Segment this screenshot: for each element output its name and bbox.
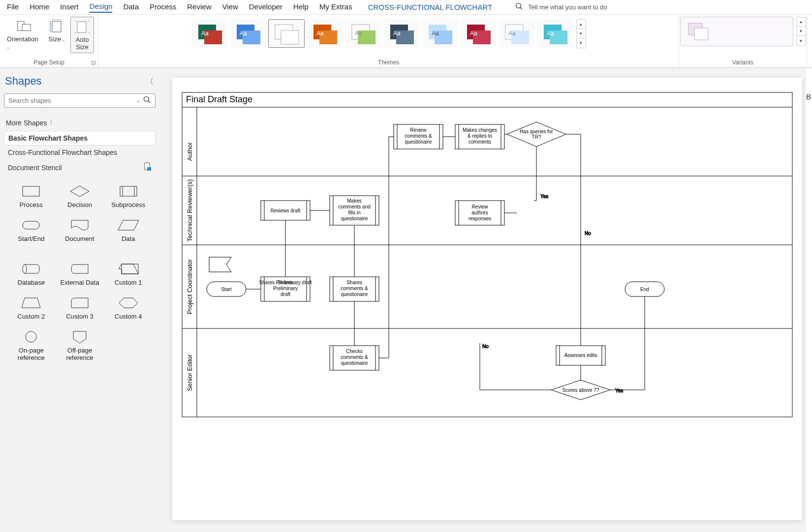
variant-scroll-up-icon[interactable]: ▴ — [797, 17, 806, 27]
shapes-search-input[interactable] — [8, 97, 137, 104]
tab-developer[interactable]: Developer — [249, 2, 282, 12]
tab-help[interactable]: Help — [293, 2, 309, 12]
theme-tile-9[interactable]: Aa — [499, 19, 535, 48]
chevron-down-icon[interactable]: ⌵ — [137, 97, 140, 104]
shape-custom4[interactable]: Custom 4 — [105, 296, 152, 320]
theme-tile-5[interactable]: Aa — [345, 19, 381, 48]
tab-insert[interactable]: Insert — [60, 2, 79, 12]
tab-data[interactable]: Data — [123, 2, 139, 12]
svg-text:Aa: Aa — [432, 30, 439, 37]
canvas-area[interactable]: Final Draft Stage Author Technical Revie… — [159, 68, 806, 532]
tool-tab-cff[interactable]: CROSS-FUNCTIONAL FLOWCHART — [368, 3, 493, 11]
svg-rect-42 — [147, 167, 151, 171]
svg-rect-4 — [52, 21, 61, 32]
svg-point-55 — [26, 331, 36, 342]
svg-text:Aa: Aa — [508, 30, 516, 37]
tab-extras[interactable]: My Extras — [319, 2, 352, 12]
shape-data[interactable]: Data — [105, 218, 152, 242]
variant-expand-icon[interactable]: ▾ — [797, 36, 806, 45]
svg-line-40 — [148, 101, 150, 103]
svg-text:responses: responses — [468, 216, 491, 221]
theme-tile-3[interactable] — [268, 19, 305, 48]
orientation-button[interactable]: Orientation — [4, 17, 43, 52]
shapes-search[interactable]: ⌵ — [4, 93, 156, 108]
search-icon[interactable] — [143, 96, 151, 105]
more-shapes-link[interactable]: More Shapes 〉 — [4, 115, 156, 131]
stencil-basic[interactable]: Basic Flowchart Shapes — [4, 131, 156, 146]
tab-view[interactable]: View — [222, 2, 238, 12]
shape-custom2[interactable]: Custom 2 — [8, 296, 55, 320]
theme-gallery-scroll[interactable]: ▴ ▾ ▾ — [576, 19, 586, 48]
stencil-document[interactable]: Document Stencil — [4, 159, 156, 176]
themes-group-label: Themes — [378, 59, 399, 67]
svg-line-1 — [520, 7, 522, 9]
svg-rect-15 — [281, 30, 299, 44]
variant-scroll-down-icon[interactable]: ▾ — [797, 27, 806, 36]
svg-text:Aa: Aa — [355, 30, 362, 37]
theme-scroll-down-icon[interactable]: ▾ — [577, 29, 586, 38]
svg-text:Aa: Aa — [470, 30, 477, 37]
theme-expand-icon[interactable]: ▾ — [577, 38, 586, 48]
shape-startend[interactable]: Start/End — [8, 218, 55, 242]
theme-tile-10[interactable]: Aa — [537, 19, 573, 48]
variant-tile[interactable] — [680, 17, 793, 46]
shape-custom3[interactable]: Custom 3 — [57, 296, 103, 320]
svg-text:Has queries for: Has queries for — [520, 129, 553, 134]
shape-external[interactable]: External Data — [57, 262, 103, 286]
svg-text:comments and: comments and — [338, 204, 371, 209]
shape-database[interactable]: Database — [8, 262, 55, 286]
shape-decision[interactable]: Decision — [57, 184, 103, 208]
svg-text:questionaire: questionaire — [341, 292, 368, 297]
svg-marker-44 — [70, 186, 89, 197]
svg-text:Shares: Shares — [346, 280, 362, 285]
svg-text:questionaire: questionaire — [341, 216, 368, 221]
svg-text:Reviews draft: Reviews draft — [271, 208, 301, 213]
tab-home[interactable]: Home — [30, 2, 49, 12]
svg-point-50 — [23, 265, 27, 273]
tab-file[interactable]: File — [7, 2, 19, 12]
svg-text:Makes changes: Makes changes — [463, 127, 497, 133]
theme-tile-8[interactable]: Aa — [460, 19, 497, 48]
svg-text:Aa: Aa — [316, 30, 324, 37]
theme-scroll-up-icon[interactable]: ▴ — [577, 20, 586, 29]
shape-subprocess[interactable]: Subprocess — [105, 184, 152, 208]
tab-process[interactable]: Process — [150, 2, 176, 12]
tab-design[interactable]: Design — [90, 2, 113, 13]
pagesetup-launcher-icon[interactable]: ◲ — [90, 59, 96, 66]
svg-text:Checks: Checks — [346, 349, 362, 354]
theme-tile-7[interactable]: Aa — [422, 19, 458, 48]
chevron-right-icon: 〉 — [50, 118, 56, 127]
shape-process[interactable]: Process — [8, 184, 55, 208]
size-label: Size — [49, 35, 65, 43]
autosize-icon — [73, 19, 91, 35]
theme-tile-1[interactable]: Aa — [191, 19, 228, 48]
theme-tile-2[interactable]: Aa — [230, 19, 266, 48]
svg-text:Assesses edits: Assesses edits — [564, 353, 597, 358]
svg-text:Final Draft Stage: Final Draft Stage — [186, 94, 252, 104]
svg-text:Yes: Yes — [615, 388, 623, 393]
panel-collapse-icon[interactable]: 〈 — [146, 77, 154, 87]
shapes-panel: Shapes 〈 ⌵ More Shapes 〉 Basic Flowchart… — [0, 68, 159, 532]
size-button[interactable]: Size — [45, 17, 68, 45]
shape-offpage[interactable]: Off-page reference — [57, 330, 103, 361]
svg-text:Senior Editor: Senior Editor — [186, 354, 193, 391]
svg-text:comments &: comments & — [341, 355, 368, 360]
theme-gallery: Aa Aa Aa Aa Aa Aa — [191, 17, 586, 50]
svg-text:End: End — [640, 287, 649, 292]
tab-review[interactable]: Review — [187, 2, 211, 12]
shape-onpage[interactable]: On-page reference — [8, 330, 55, 361]
shape-document[interactable]: Document — [57, 218, 103, 242]
shape-custom1[interactable]: Custom 1 — [105, 262, 152, 286]
svg-marker-49 — [118, 220, 139, 230]
theme-tile-6[interactable]: Aa — [383, 19, 420, 48]
stencil-cross[interactable]: Cross-Functional Flowchart Shapes — [4, 146, 156, 159]
variant-gallery-scroll[interactable]: ▴ ▾ ▾ — [796, 17, 806, 46]
orientation-label: Orientation — [7, 35, 40, 50]
theme-tile-4[interactable]: Aa — [307, 19, 343, 48]
svg-rect-7 — [77, 22, 86, 32]
tellme-search[interactable]: Tell me what you want to do — [515, 2, 607, 12]
drawing-canvas[interactable]: Final Draft Stage Author Technical Revie… — [172, 78, 802, 520]
svg-text:Aa: Aa — [201, 30, 209, 37]
svg-rect-48 — [23, 221, 39, 229]
autosize-button[interactable]: Auto Size — [70, 17, 94, 53]
